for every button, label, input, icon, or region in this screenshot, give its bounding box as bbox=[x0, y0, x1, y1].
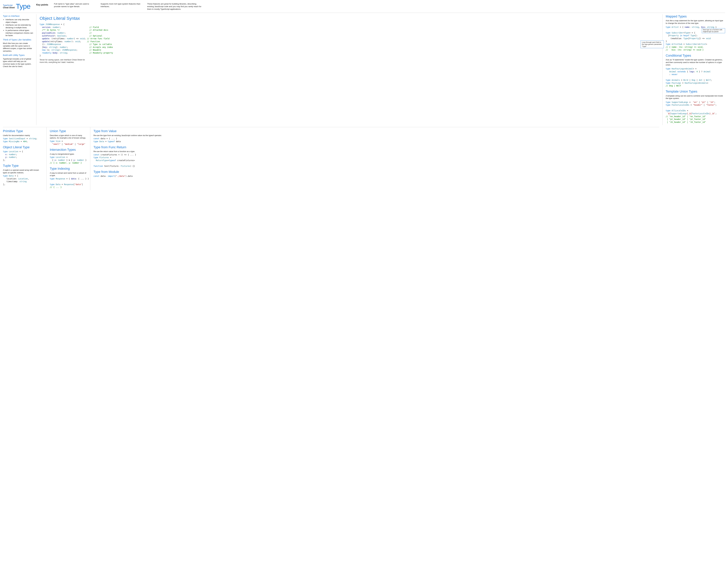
logo-big: Type bbox=[16, 2, 30, 11]
types-like-vars-text: Much like how you can create variables w… bbox=[3, 42, 34, 52]
intersection-heading: Intersection Types bbox=[50, 148, 87, 152]
kp-col1: Full name is "type alias" and are used t… bbox=[54, 3, 95, 11]
main-row: Type vs Interface Interfaces can only de… bbox=[3, 14, 725, 125]
object-literal-section: Object Literal Syntax type JSONResponse … bbox=[36, 14, 663, 125]
list-item: Interfaces can only describe object shap… bbox=[6, 18, 34, 23]
intersection-text: A way to merge/extend types bbox=[50, 153, 87, 156]
col-type-from: Type from Value Re-use the type from an … bbox=[90, 127, 659, 190]
type-from-value-heading: Type from Value bbox=[94, 129, 656, 133]
type-from-return-heading: Type from Func Return bbox=[94, 145, 656, 150]
conditional-types-heading: Conditional Types bbox=[666, 53, 725, 58]
ols-title: Object Literal Syntax bbox=[40, 15, 658, 21]
type-from-value-text: Re-use the type from an existing JavaScr… bbox=[94, 134, 656, 137]
key-points-label: Key points bbox=[36, 3, 48, 6]
tuple-type-heading: Tuple Type bbox=[3, 164, 43, 168]
ols-note: Terser for saving space, see Interface C… bbox=[40, 59, 89, 64]
logo-line1: TypeScript bbox=[3, 4, 15, 6]
intersection-code: type Location = { x: number } & { y: num… bbox=[50, 156, 87, 165]
type-vs-interface-list: Interfaces can only describe object shap… bbox=[3, 18, 34, 37]
logo: TypeScript Cheat Sheet Type bbox=[3, 2, 30, 11]
tmpl-code: type SupportedLangs = "en" | "pt" | "zh"… bbox=[666, 101, 725, 124]
key-points-text: Full name is "type alias" and are used t… bbox=[54, 3, 725, 11]
ols-code: type JSONResponse = { version: number; /… bbox=[40, 23, 658, 57]
object-literal-type-heading: Object Literal Type bbox=[3, 145, 43, 150]
union-type-heading: Union Type bbox=[50, 129, 87, 133]
tuple-type-text: A tuple is a special-cased array with kn… bbox=[3, 169, 43, 174]
union-code: type Size = "small" | "medium" | "large" bbox=[50, 140, 87, 146]
list-item: Interfaces can be extended by declaring … bbox=[6, 24, 34, 29]
union-type-text: Describes a type which is one of many op… bbox=[50, 134, 87, 139]
logo-line2: Cheat Sheet bbox=[3, 6, 15, 9]
callout-loop: Loop through each field in the type gene… bbox=[641, 40, 664, 48]
objlit-code: type Location = { x: number; y: number; … bbox=[3, 150, 43, 162]
kp-col3: These features are great for building li… bbox=[147, 3, 202, 11]
bottom-row: Primitive Type Useful for documentation … bbox=[3, 127, 659, 190]
callout-sets-type: Sets type as a function with original ty… bbox=[702, 28, 725, 33]
type-indexing-text: A way to extract and name from a subset … bbox=[50, 172, 87, 177]
type-from-return-text: Re-use the return value from a function … bbox=[94, 150, 656, 153]
mapped-types-text: Acts like a map statement for the type s… bbox=[666, 19, 725, 24]
header: TypeScript Cheat Sheet Type Key points F… bbox=[3, 2, 725, 13]
utility-types-heading: Build with Utility Types bbox=[3, 54, 34, 57]
type-indexing-heading: Type Indexing bbox=[50, 167, 87, 171]
conditional-types-text: Acts as "if statements" inside the type … bbox=[666, 58, 725, 66]
col-primitive: Primitive Type Useful for documentation … bbox=[3, 127, 47, 190]
sidebar: Type vs Interface Interfaces can only de… bbox=[3, 14, 36, 125]
tmod-code: const data: import("./data").data bbox=[94, 175, 656, 178]
cond-code: type HasFourLegs<Animal> = Animal extend… bbox=[666, 67, 725, 87]
primitive-code: type SanitizedInput = string; type Missi… bbox=[3, 137, 43, 143]
primitive-type-heading: Primitive Type bbox=[3, 129, 43, 133]
tval-code: const data = { ... } type Data = typeof … bbox=[94, 137, 656, 143]
types-like-vars-heading: Think of Types Like Variables bbox=[3, 38, 34, 41]
right-column: Mapped Types Acts like a map statement f… bbox=[663, 14, 725, 125]
template-union-heading: Template Union Types bbox=[666, 89, 725, 94]
tret-code: const createFixtures = () => { ... } typ… bbox=[94, 154, 656, 168]
type-from-module-heading: Type from Module bbox=[94, 170, 656, 174]
list-item: In performance critical types interface … bbox=[6, 29, 34, 37]
indexing-code: type Response = { data: { ... } } type D… bbox=[50, 178, 87, 189]
primitive-type-text: Useful for documentation mainly bbox=[3, 134, 43, 137]
type-vs-interface-heading: Type vs Interface bbox=[3, 15, 34, 17]
col-union: Union Type Describes a type which is one… bbox=[47, 127, 90, 190]
template-union-text: A template string can be used to combine… bbox=[666, 94, 725, 100]
utility-types-text: TypeScript includes a lot of global type… bbox=[3, 58, 34, 68]
mapped-types-heading: Mapped Types bbox=[666, 14, 725, 19]
tuple-code: type Data = [ location: Location, timest… bbox=[3, 175, 43, 186]
kp-col2: Supports more rich type-system features … bbox=[101, 3, 141, 11]
